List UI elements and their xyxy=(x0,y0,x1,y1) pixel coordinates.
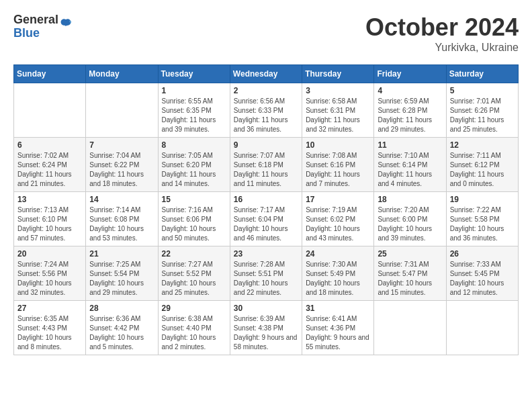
calendar-cell: 7Sunrise: 7:04 AM Sunset: 6:22 PM Daylig… xyxy=(86,138,158,192)
day-info: Sunrise: 7:11 AM Sunset: 6:12 PM Dayligh… xyxy=(450,151,515,189)
calendar-cell: 18Sunrise: 7:20 AM Sunset: 6:00 PM Dayli… xyxy=(374,192,446,246)
calendar-cell: 17Sunrise: 7:19 AM Sunset: 6:02 PM Dayli… xyxy=(302,192,374,246)
calendar-cell: 27Sunrise: 6:35 AM Sunset: 4:43 PM Dayli… xyxy=(14,301,86,355)
calendar-cell: 21Sunrise: 7:25 AM Sunset: 5:54 PM Dayli… xyxy=(86,246,158,301)
day-info: Sunrise: 6:41 AM Sunset: 4:36 PM Dayligh… xyxy=(306,314,370,352)
week-row-2: 6Sunrise: 7:02 AM Sunset: 6:24 PM Daylig… xyxy=(14,138,519,192)
calendar-cell: 30Sunrise: 6:39 AM Sunset: 4:38 PM Dayli… xyxy=(230,301,302,355)
column-header-monday: Monday xyxy=(86,65,158,83)
day-info: Sunrise: 6:38 AM Sunset: 4:40 PM Dayligh… xyxy=(162,314,226,352)
calendar-cell: 10Sunrise: 7:08 AM Sunset: 6:16 PM Dayli… xyxy=(302,138,374,192)
day-info: Sunrise: 6:55 AM Sunset: 6:35 PM Dayligh… xyxy=(162,97,226,134)
day-number: 12 xyxy=(450,140,515,150)
calendar-cell: 3Sunrise: 6:58 AM Sunset: 6:31 PM Daylig… xyxy=(302,83,374,138)
day-number: 20 xyxy=(17,249,82,259)
day-number: 7 xyxy=(89,140,154,150)
calendar-cell: 28Sunrise: 6:36 AM Sunset: 4:42 PM Dayli… xyxy=(86,301,158,355)
calendar-cell: 24Sunrise: 7:30 AM Sunset: 5:49 PM Dayli… xyxy=(302,246,374,301)
column-header-thursday: Thursday xyxy=(302,65,374,83)
calendar-cell: 19Sunrise: 7:22 AM Sunset: 5:58 PM Dayli… xyxy=(446,192,518,246)
calendar-cell: 14Sunrise: 7:14 AM Sunset: 6:08 PM Dayli… xyxy=(86,192,158,246)
day-info: Sunrise: 6:58 AM Sunset: 6:31 PM Dayligh… xyxy=(306,97,370,134)
column-header-tuesday: Tuesday xyxy=(158,65,230,83)
day-number: 17 xyxy=(306,195,370,204)
calendar-cell: 25Sunrise: 7:31 AM Sunset: 5:47 PM Dayli… xyxy=(374,246,446,301)
day-number: 9 xyxy=(234,140,298,150)
calendar-cell: 15Sunrise: 7:16 AM Sunset: 6:06 PM Dayli… xyxy=(158,192,230,246)
calendar-cell xyxy=(446,301,518,355)
calendar-cell: 31Sunrise: 6:41 AM Sunset: 4:36 PM Dayli… xyxy=(302,301,374,355)
day-number: 4 xyxy=(378,86,442,95)
column-header-sunday: Sunday xyxy=(14,65,86,83)
day-number: 30 xyxy=(234,304,298,313)
title-block: October 2024 Yurkivka, Ukraine xyxy=(365,13,519,54)
day-number: 31 xyxy=(306,304,370,313)
day-info: Sunrise: 7:27 AM Sunset: 5:52 PM Dayligh… xyxy=(162,260,226,298)
calendar-cell xyxy=(86,83,158,138)
calendar-cell: 16Sunrise: 7:17 AM Sunset: 6:04 PM Dayli… xyxy=(230,192,302,246)
calendar-cell xyxy=(374,301,446,355)
column-header-friday: Friday xyxy=(374,65,446,83)
day-info: Sunrise: 6:36 AM Sunset: 4:42 PM Dayligh… xyxy=(89,314,154,352)
location-subtitle: Yurkivka, Ukraine xyxy=(365,42,519,54)
day-number: 21 xyxy=(89,249,154,259)
day-info: Sunrise: 7:01 AM Sunset: 6:26 PM Dayligh… xyxy=(450,97,515,134)
day-number: 25 xyxy=(378,249,442,259)
calendar-cell: 5Sunrise: 7:01 AM Sunset: 6:26 PM Daylig… xyxy=(446,83,518,138)
day-number: 13 xyxy=(17,195,82,204)
day-info: Sunrise: 7:20 AM Sunset: 6:00 PM Dayligh… xyxy=(378,205,442,243)
calendar-cell: 22Sunrise: 7:27 AM Sunset: 5:52 PM Dayli… xyxy=(158,246,230,301)
day-number: 29 xyxy=(162,304,226,313)
day-info: Sunrise: 7:05 AM Sunset: 6:20 PM Dayligh… xyxy=(162,151,226,189)
day-number: 19 xyxy=(450,195,515,204)
day-info: Sunrise: 7:25 AM Sunset: 5:54 PM Dayligh… xyxy=(89,260,154,298)
day-number: 27 xyxy=(17,304,82,313)
calendar-cell: 12Sunrise: 7:11 AM Sunset: 6:12 PM Dayli… xyxy=(446,138,518,192)
day-info: Sunrise: 7:04 AM Sunset: 6:22 PM Dayligh… xyxy=(89,151,154,189)
day-info: Sunrise: 7:08 AM Sunset: 6:16 PM Dayligh… xyxy=(306,151,370,189)
calendar-cell: 26Sunrise: 7:33 AM Sunset: 5:45 PM Dayli… xyxy=(446,246,518,301)
column-header-wednesday: Wednesday xyxy=(230,65,302,83)
day-number: 2 xyxy=(234,86,298,95)
calendar-cell xyxy=(14,83,86,138)
calendar-header-row: SundayMondayTuesdayWednesdayThursdayFrid… xyxy=(14,65,519,83)
day-number: 3 xyxy=(306,86,370,95)
day-info: Sunrise: 6:39 AM Sunset: 4:38 PM Dayligh… xyxy=(234,314,298,352)
day-number: 18 xyxy=(378,195,442,204)
day-number: 24 xyxy=(306,249,370,259)
day-number: 10 xyxy=(306,140,370,150)
day-info: Sunrise: 7:02 AM Sunset: 6:24 PM Dayligh… xyxy=(17,151,82,189)
calendar-cell: 29Sunrise: 6:38 AM Sunset: 4:40 PM Dayli… xyxy=(158,301,230,355)
calendar-cell: 9Sunrise: 7:07 AM Sunset: 6:18 PM Daylig… xyxy=(230,138,302,192)
day-info: Sunrise: 7:10 AM Sunset: 6:14 PM Dayligh… xyxy=(378,151,442,189)
calendar-cell: 4Sunrise: 6:59 AM Sunset: 6:28 PM Daylig… xyxy=(374,83,446,138)
week-row-5: 27Sunrise: 6:35 AM Sunset: 4:43 PM Dayli… xyxy=(14,301,519,355)
calendar-cell: 23Sunrise: 7:28 AM Sunset: 5:51 PM Dayli… xyxy=(230,246,302,301)
logo: General Blue xyxy=(13,13,72,40)
day-number: 1 xyxy=(162,86,226,95)
calendar-cell: 1Sunrise: 6:55 AM Sunset: 6:35 PM Daylig… xyxy=(158,83,230,138)
day-number: 6 xyxy=(17,140,82,150)
day-info: Sunrise: 7:22 AM Sunset: 5:58 PM Dayligh… xyxy=(450,205,515,243)
logo-blue-text: Blue xyxy=(13,27,58,40)
day-info: Sunrise: 7:24 AM Sunset: 5:56 PM Dayligh… xyxy=(17,260,82,298)
day-info: Sunrise: 6:35 AM Sunset: 4:43 PM Dayligh… xyxy=(17,314,82,352)
logo-general-text: General xyxy=(13,13,58,27)
day-info: Sunrise: 7:16 AM Sunset: 6:06 PM Dayligh… xyxy=(162,205,226,243)
month-title: October 2024 xyxy=(365,13,519,42)
day-info: Sunrise: 7:14 AM Sunset: 6:08 PM Dayligh… xyxy=(89,205,154,243)
day-info: Sunrise: 6:59 AM Sunset: 6:28 PM Dayligh… xyxy=(378,97,442,134)
day-number: 23 xyxy=(234,249,298,259)
day-info: Sunrise: 7:17 AM Sunset: 6:04 PM Dayligh… xyxy=(234,205,298,243)
week-row-3: 13Sunrise: 7:13 AM Sunset: 6:10 PM Dayli… xyxy=(14,192,519,246)
day-number: 22 xyxy=(162,249,226,259)
day-number: 16 xyxy=(234,195,298,204)
day-info: Sunrise: 7:33 AM Sunset: 5:45 PM Dayligh… xyxy=(450,260,515,298)
day-info: Sunrise: 7:13 AM Sunset: 6:10 PM Dayligh… xyxy=(17,205,82,243)
week-row-1: 1Sunrise: 6:55 AM Sunset: 6:35 PM Daylig… xyxy=(14,83,519,138)
day-info: Sunrise: 7:31 AM Sunset: 5:47 PM Dayligh… xyxy=(378,260,442,298)
day-info: Sunrise: 7:07 AM Sunset: 6:18 PM Dayligh… xyxy=(234,151,298,189)
day-number: 14 xyxy=(89,195,154,204)
day-info: Sunrise: 7:30 AM Sunset: 5:49 PM Dayligh… xyxy=(306,260,370,298)
page-header: General Blue October 2024 Yurkivka, Ukra… xyxy=(13,13,519,54)
